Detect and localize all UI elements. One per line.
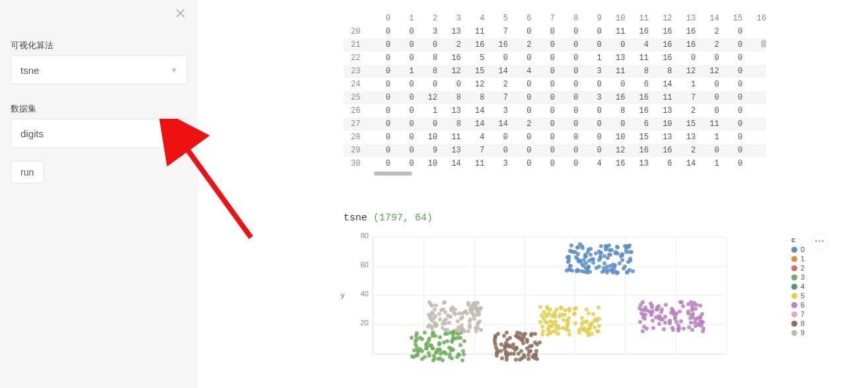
legend-item[interactable]: 6 — [791, 300, 805, 309]
legend-item[interactable]: 5 — [791, 291, 805, 300]
legend-item[interactable]: 9 — [791, 328, 805, 337]
cell: 9 — [414, 144, 438, 157]
y-tick: 40 — [361, 290, 369, 298]
data-point — [585, 307, 589, 311]
data-point — [474, 307, 478, 311]
col-header: 10 — [602, 12, 626, 25]
legend-label: 6 — [801, 300, 805, 309]
run-button[interactable]: run — [11, 161, 44, 183]
data-point — [523, 332, 527, 336]
cell: 0 — [367, 144, 390, 157]
cell: 0 — [555, 157, 578, 170]
legend-item[interactable]: 4 — [791, 282, 805, 291]
table-row: 27000814142000061015110 — [344, 117, 766, 131]
cell: 7 — [672, 91, 696, 104]
y-tick: 80 — [361, 232, 369, 240]
data-point — [608, 253, 612, 257]
cell: 2 — [484, 78, 508, 91]
row-index: 20 — [344, 25, 367, 38]
table-row: 2200816500001131116000 — [344, 51, 766, 65]
data-point — [414, 354, 418, 358]
legend-item[interactable]: 0 — [791, 245, 805, 254]
data-point — [540, 333, 544, 337]
cell: 6 — [625, 78, 649, 91]
data-point — [597, 324, 601, 328]
col-header: 9 — [578, 12, 601, 25]
cell: 3 — [484, 157, 508, 170]
data-point — [410, 336, 414, 340]
cell: 2 — [672, 104, 696, 117]
data-point — [563, 308, 567, 312]
cell: 8 — [414, 65, 438, 78]
data-point — [625, 245, 629, 249]
legend-label: 1 — [801, 254, 805, 263]
cell: 2 — [696, 25, 719, 38]
cell: 0 — [367, 117, 390, 131]
col-header: 5 — [484, 12, 508, 25]
data-point — [641, 300, 645, 304]
row-index: 27 — [344, 117, 367, 131]
legend-item[interactable]: 1 — [791, 254, 805, 263]
data-point — [651, 326, 655, 330]
legend-item[interactable]: 2 — [791, 263, 805, 273]
row-index: 29 — [344, 144, 367, 157]
select-dataset[interactable]: digits ▼ — [11, 119, 188, 148]
data-point — [593, 325, 597, 329]
cell: 0 — [602, 38, 626, 51]
cell: 8 — [461, 91, 485, 104]
data-point — [588, 270, 592, 274]
data-point — [500, 356, 504, 360]
data-point — [584, 254, 588, 258]
data-point — [604, 247, 608, 251]
cell: 0 — [508, 104, 531, 117]
scrollbar-horizontal[interactable] — [344, 172, 766, 177]
data-point — [614, 250, 618, 254]
data-point — [554, 326, 558, 330]
data-point — [468, 319, 472, 323]
data-point — [470, 311, 474, 315]
data-point — [504, 352, 508, 356]
legend-label: 0 — [801, 245, 805, 254]
cell: 2 — [508, 117, 531, 131]
col-header: 11 — [625, 12, 649, 25]
legend-label: 2 — [801, 263, 805, 273]
cell: 0 — [555, 65, 578, 78]
close-icon[interactable]: ✕ — [174, 7, 186, 21]
cell: 16 — [484, 38, 508, 51]
cell: 12 — [461, 78, 485, 91]
legend-item[interactable]: 3 — [791, 273, 805, 282]
cell: 1 — [414, 104, 438, 117]
chart-menu-icon[interactable]: ••• — [811, 233, 828, 250]
cell: 0 — [390, 117, 414, 131]
cell: 2 — [437, 38, 461, 51]
col-header: 13 — [672, 12, 696, 25]
cell: 0 — [390, 78, 414, 91]
col-header: 12 — [649, 12, 672, 25]
cell: 0 — [719, 51, 743, 65]
select-algorithm[interactable]: tsne ▼ — [11, 55, 188, 84]
data-point — [569, 249, 573, 253]
data-point — [668, 320, 672, 324]
data-point — [574, 306, 578, 310]
cell: 12 — [696, 65, 719, 78]
data-point — [519, 349, 523, 353]
cell: 0 — [390, 25, 414, 38]
data-point — [556, 332, 560, 336]
legend-swatch — [791, 284, 797, 290]
cell: 0 — [508, 131, 531, 144]
cell: 13 — [437, 144, 461, 157]
legend-item[interactable]: 8 — [791, 319, 805, 328]
cell: 0 — [719, 117, 743, 131]
data-point — [431, 331, 435, 335]
scrollbar-vertical[interactable] — [761, 40, 766, 48]
cell: 0 — [367, 25, 390, 38]
data-point — [495, 354, 499, 358]
data-point — [431, 346, 435, 350]
legend-item[interactable]: 7 — [791, 309, 805, 319]
data-point — [662, 327, 666, 331]
data-point — [620, 258, 624, 262]
cell: 14 — [461, 117, 485, 131]
data-point — [435, 323, 439, 327]
data-point — [494, 346, 498, 350]
cell: 0 — [390, 144, 414, 157]
